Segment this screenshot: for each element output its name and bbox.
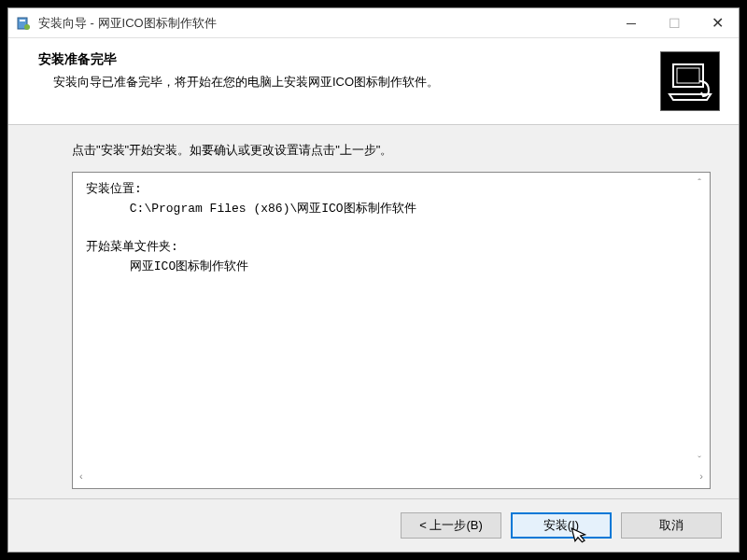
computer-install-icon xyxy=(660,51,720,111)
wizard-footer: < 上一步(B) 安装(I) 取消 xyxy=(8,498,739,552)
install-location-value: C:\Program Files (x86)\网亚ICO图标制作软件 xyxy=(86,200,689,219)
start-menu-label: 开始菜单文件夹: xyxy=(86,238,689,258)
svg-rect-4 xyxy=(677,68,699,83)
installer-icon xyxy=(16,16,31,31)
header-title: 安装准备完毕 xyxy=(38,51,649,68)
cancel-button[interactable]: 取消 xyxy=(621,512,722,539)
svg-point-2 xyxy=(24,24,30,30)
close-button[interactable]: ✕ xyxy=(696,8,739,38)
header-subtitle: 安装向导已准备完毕，将开始在您的电脑上安装网亚ICO图标制作软件。 xyxy=(53,74,649,91)
window-controls: ─ ☐ ✕ xyxy=(610,8,739,38)
scroll-down-icon[interactable]: ˇ xyxy=(692,453,707,468)
svg-rect-1 xyxy=(20,20,25,21)
titlebar: 安装向导 - 网亚ICO图标制作软件 ─ ☐ ✕ xyxy=(8,8,739,38)
wizard-content: 点击"安装"开始安装。如要确认或更改设置请点击"上一步"。 安装位置: C:\P… xyxy=(8,125,739,498)
scroll-up-icon[interactable]: ˆ xyxy=(692,175,707,190)
maximize-button: ☐ xyxy=(653,8,696,38)
back-button[interactable]: < 上一步(B) xyxy=(401,512,501,539)
install-button[interactable]: 安装(I) xyxy=(511,512,612,539)
scroll-left-icon[interactable]: ‹ xyxy=(76,470,87,485)
summary-textbox[interactable]: 安装位置: C:\Program Files (x86)\网亚ICO图标制作软件… xyxy=(72,172,711,489)
horizontal-scrollbar[interactable]: ‹ › xyxy=(76,470,707,485)
wizard-header: 安装准备完毕 安装向导已准备完毕，将开始在您的电脑上安装网亚ICO图标制作软件。 xyxy=(8,38,739,125)
start-menu-value: 网亚ICO图标制作软件 xyxy=(86,258,689,277)
install-location-label: 安装位置: xyxy=(86,180,689,200)
instruction-text: 点击"安装"开始安装。如要确认或更改设置请点击"上一步"。 xyxy=(72,142,711,159)
minimize-button[interactable]: ─ xyxy=(610,8,653,38)
installer-window: 安装向导 - 网亚ICO图标制作软件 ─ ☐ ✕ 安装准备完毕 安装向导已准备完… xyxy=(7,7,740,553)
header-text: 安装准备完毕 安装向导已准备完毕，将开始在您的电脑上安装网亚ICO图标制作软件。 xyxy=(38,51,649,91)
window-title: 安装向导 - 网亚ICO图标制作软件 xyxy=(38,15,610,32)
scroll-right-icon[interactable]: › xyxy=(696,470,707,485)
